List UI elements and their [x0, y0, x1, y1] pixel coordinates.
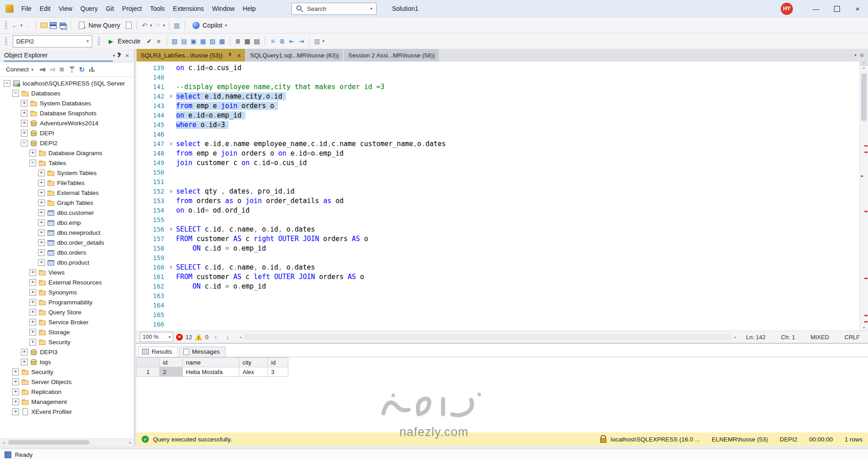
menu-help[interactable]: Help	[238, 3, 260, 14]
redo-dropdown-icon[interactable]: ▾	[163, 23, 165, 28]
line-number[interactable]: 154	[143, 207, 166, 214]
scrollbar-thumb[interactable]	[8, 440, 90, 445]
navigate-back-icon[interactable]: ←	[11, 21, 19, 29]
tree-item-depi3[interactable]: +DEPI3	[0, 347, 134, 357]
code-line-144[interactable]: 144on e.id=o.emp_id	[136, 110, 859, 120]
toolbar-grip[interactable]	[98, 37, 100, 45]
object-explorer-hscrollbar[interactable]: ◂ ▸	[0, 438, 134, 446]
intellisense-icon[interactable]: ▣	[190, 37, 198, 45]
expander-icon[interactable]: +	[38, 229, 45, 236]
code-line-155[interactable]: 155	[136, 215, 859, 224]
line-number[interactable]: 152	[143, 188, 166, 195]
expander-icon[interactable]: +	[12, 389, 19, 395]
tree-item-views[interactable]: +Views	[0, 267, 134, 277]
code-line-163[interactable]: 163	[136, 291, 859, 300]
code-line-156[interactable]: 156∨SELECT c.id, c.name, o.id, o.dates	[136, 224, 859, 234]
grid-header-name[interactable]: name	[183, 358, 239, 367]
filter-icon[interactable]	[68, 66, 76, 74]
tab-messages[interactable]: Messages	[179, 346, 226, 357]
close-icon[interactable]: ×	[237, 52, 241, 59]
code-line-143[interactable]: 143from emp e join orders o	[136, 101, 859, 110]
menu-query[interactable]: Query	[76, 3, 102, 14]
expander-icon[interactable]: +	[38, 249, 45, 256]
line-number[interactable]: 144	[143, 112, 166, 119]
expander-icon[interactable]: +	[21, 120, 28, 127]
expander-icon[interactable]: +	[12, 379, 19, 385]
tree-item-replication[interactable]: +Replication	[0, 387, 134, 397]
tree-item-storage[interactable]: +Storage	[0, 327, 134, 337]
save-icon[interactable]	[49, 21, 57, 29]
tree-item-security[interactable]: +Security	[0, 337, 134, 347]
code-line-153[interactable]: 153from orders as o join order_details a…	[136, 196, 859, 205]
tree-item-xevent-profiler[interactable]: +XEvent Profiler	[0, 407, 134, 417]
code-line-149[interactable]: 149join customer c on c.id=o.cus_id	[136, 158, 859, 167]
grid-cell[interactable]: Alex	[239, 367, 268, 377]
copilot-button[interactable]: Copilot ▾	[189, 20, 230, 31]
expander-icon[interactable]: +	[29, 269, 36, 276]
line-number[interactable]: 142	[143, 93, 166, 100]
tree-item-localhost-sqlexpress-sql-server[interactable]: −localhost\SQLEXPRESS (SQL Server	[0, 78, 134, 88]
expander-icon[interactable]: +	[29, 339, 36, 346]
expander-icon[interactable]: +	[21, 359, 28, 365]
tree-item-databases[interactable]: −Databases	[0, 88, 134, 98]
increase-indent-icon[interactable]: ⇥	[297, 37, 305, 45]
tree-item-programmability[interactable]: +Programmability	[0, 297, 134, 307]
grid-cell[interactable]: 3	[268, 367, 288, 377]
scroll-left-icon[interactable]: ◂	[0, 439, 7, 446]
fold-icon[interactable]: ∨	[166, 226, 176, 232]
expander-icon[interactable]: −	[12, 90, 19, 97]
document-tab[interactable]: SQLR3_LabSes...\husse (53))×	[137, 49, 245, 62]
execute-button[interactable]: Execute	[104, 36, 144, 47]
tree-item-dbo-emp[interactable]: +dbo.emp	[0, 218, 134, 228]
line-number[interactable]: 139	[143, 64, 166, 71]
line-number[interactable]: 141	[143, 83, 166, 90]
expander-icon[interactable]: +	[29, 329, 36, 336]
expander-icon[interactable]: +	[29, 319, 36, 326]
results-to-grid-icon[interactable]: ▦	[243, 37, 252, 45]
document-list-icon[interactable]: ▾	[854, 53, 857, 57]
code-line-145[interactable]: 145where o.id=3	[136, 120, 859, 129]
navigate-forward-icon[interactable]: →	[24, 21, 32, 29]
close-button[interactable]: ×	[847, 0, 868, 17]
line-number[interactable]: 150	[143, 169, 166, 176]
tree-item-graph-tables[interactable]: +Graph Tables	[0, 198, 134, 208]
menu-file[interactable]: File	[17, 3, 36, 14]
code-line-141[interactable]: 141--display employee name,city that mak…	[136, 82, 859, 91]
search-box[interactable]: Search ▾	[291, 3, 377, 15]
expander-icon[interactable]: +	[38, 170, 45, 176]
new-query-button[interactable]: New Query	[75, 20, 124, 31]
line-number[interactable]: 165	[143, 311, 166, 318]
expander-icon[interactable]: +	[29, 309, 36, 316]
next-issue-icon[interactable]: ↓	[223, 332, 232, 341]
grid-cell[interactable]: Heba Mostafa	[183, 367, 239, 377]
line-number[interactable]: 156	[143, 226, 166, 233]
tree-item-system-databases[interactable]: +System Databases	[0, 98, 134, 108]
parse-icon[interactable]	[145, 37, 153, 45]
line-number[interactable]: 158	[143, 245, 166, 252]
line-number[interactable]: 147	[143, 140, 166, 147]
expander-icon[interactable]: +	[29, 150, 36, 156]
tree-item-filetables[interactable]: +FileTables	[0, 178, 134, 188]
disconnect-server-icon[interactable]	[48, 66, 56, 74]
menu-view[interactable]: View	[55, 3, 76, 14]
menu-project[interactable]: Project	[118, 3, 146, 14]
line-number[interactable]: 161	[143, 273, 166, 280]
maximize-button[interactable]	[826, 0, 847, 17]
code-line-161[interactable]: 161FROM customer AS c left OUTER JOIN or…	[136, 272, 859, 281]
code-line-166[interactable]: 166	[136, 319, 859, 329]
chevron-down-icon[interactable]: ▾	[371, 6, 373, 11]
undo-dropdown-icon[interactable]: ▾	[150, 23, 153, 28]
scroll-right-icon[interactable]: ▸	[731, 333, 739, 341]
client-stats-icon[interactable]: ▩	[218, 37, 226, 45]
toolbar-grip[interactable]	[5, 21, 7, 29]
line-number[interactable]: 146	[143, 131, 166, 138]
cancel-query-icon[interactable]: ■	[155, 37, 163, 45]
tree-item-system-tables[interactable]: +System Tables	[0, 168, 134, 178]
expander-icon[interactable]: +	[21, 100, 28, 107]
menu-edit[interactable]: Edit	[36, 3, 55, 14]
tree-item-server-objects[interactable]: +Server Objects	[0, 377, 134, 387]
line-number[interactable]: 160	[143, 264, 166, 271]
line-number[interactable]: 149	[143, 159, 166, 166]
line-number[interactable]: 143	[143, 102, 166, 109]
code-line-165[interactable]: 165	[136, 310, 859, 319]
